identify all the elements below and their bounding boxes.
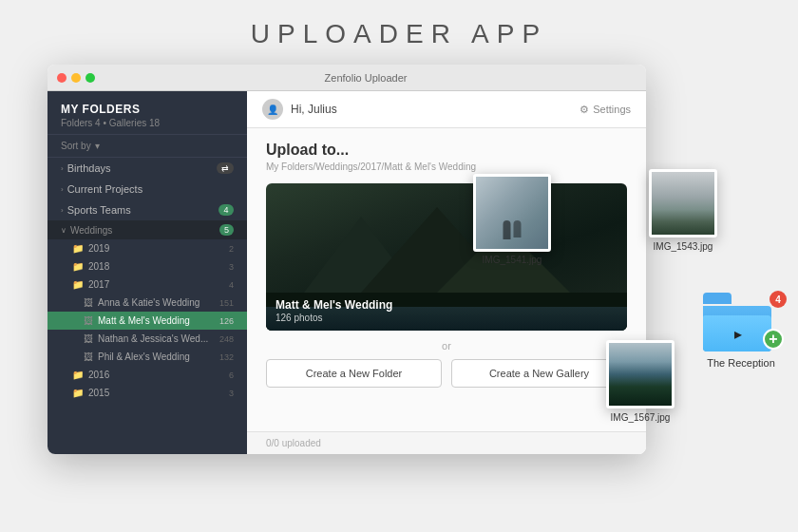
sub-count: 132: [219, 352, 234, 362]
gallery-icon: 🖼: [84, 297, 93, 308]
create-folder-button[interactable]: Create a New Folder: [266, 359, 442, 388]
folder-the-reception[interactable]: ▸ + 4 The Reception: [703, 293, 779, 370]
minimize-button[interactable]: [71, 73, 81, 83]
cursor-icon: ▸: [734, 325, 742, 343]
caption-title: Matt & Mel's Wedding: [276, 298, 618, 312]
count-badge: 4: [770, 291, 787, 308]
main-header: 👤 Hi, Julius ⚙ Settings: [247, 91, 646, 128]
folder-icon: 📁: [72, 261, 84, 272]
sidebar-item-projects[interactable]: › Current Projects: [48, 179, 247, 200]
title-bar: Zenfolio Uploader: [48, 65, 646, 91]
gear-icon: ⚙: [580, 104, 589, 116]
sub-count: 151: [219, 298, 234, 308]
sub-label: 2019: [88, 243, 229, 254]
file-icon-1543: IMG_1543.jpg: [649, 169, 717, 252]
gallery-icon: 🖼: [84, 352, 93, 362]
create-gallery-button[interactable]: Create a New Gallery: [451, 359, 627, 388]
folder-icon: 📁: [72, 388, 84, 398]
sub-label: 2016: [88, 370, 229, 380]
sub-label: 2017: [88, 279, 229, 290]
page-title: UPLOADER APP: [251, 19, 547, 49]
folder-tab: [703, 293, 732, 304]
upload-area: Upload to... My Folders/Weddings/2017/Ma…: [247, 128, 646, 431]
sidebar-item-2016[interactable]: 📁 2016 6: [48, 366, 247, 384]
gallery-icon: 🖼: [84, 315, 93, 326]
mountain-silhouette: [266, 217, 627, 293]
sidebar-item-label: Birthdays: [67, 162, 217, 174]
upload-path: My Folders/Weddings/2017/Matt & Mel's We…: [266, 162, 627, 172]
action-buttons: Create a New Folder Create a New Gallery: [266, 359, 627, 388]
settings-button[interactable]: ⚙ Settings: [580, 104, 631, 116]
sidebar-section-weddings[interactable]: ∨ Weddings 5: [48, 220, 247, 239]
sidebar-item-2018[interactable]: 📁 2018 3: [48, 257, 247, 276]
upload-to-label: Upload to...: [266, 142, 627, 159]
birthdays-badge: ⇄: [217, 162, 234, 174]
folder-icon: 📁: [72, 370, 84, 380]
sidebar-item-label: Sports Teams: [67, 204, 218, 216]
section-label: Weddings: [70, 225, 219, 236]
sub-label: Phil & Alex's Wedding: [98, 352, 219, 362]
sub-count: 4: [229, 280, 234, 290]
sports-badge: 4: [218, 204, 234, 216]
sort-bar[interactable]: Sort by ▾: [48, 134, 247, 158]
sidebar-item-phil[interactable]: 🖼 Phil & Alex's Wedding 132: [48, 348, 247, 366]
sort-icon: ▾: [95, 141, 100, 151]
close-button[interactable]: [57, 73, 66, 83]
folder-icon: 📁: [72, 243, 84, 254]
sort-label: Sort by: [61, 141, 91, 151]
sidebar-item-2019[interactable]: 📁 2019 2: [48, 239, 247, 257]
sidebar-item-matt-mel[interactable]: 🖼 Matt & Mel's Wedding 126: [48, 312, 247, 330]
thumb-label-1541: IMG_1541.jpg: [473, 255, 551, 265]
folder-icon: 📁: [72, 279, 84, 290]
sub-count: 126: [219, 316, 234, 326]
sidebar-item-label: Current Projects: [67, 183, 234, 195]
file-icon-1567: IMG_1567.jpg: [606, 340, 674, 423]
sub-count: 248: [219, 334, 234, 344]
chevron-right-icon: ›: [61, 164, 64, 173]
sub-label: Anna & Katie's Wedding: [98, 297, 219, 308]
sidebar-header: MY FOLDERS Folders 4 • Galleries 18: [48, 91, 247, 134]
fullscreen-button[interactable]: [86, 73, 95, 83]
caption-count: 126 photos: [276, 313, 618, 323]
chevron-right-icon: ›: [61, 206, 64, 215]
chevron-right-icon: ›: [61, 185, 64, 194]
sidebar-item-anna[interactable]: 🖼 Anna & Katie's Wedding 151: [48, 294, 247, 312]
file-label-1567: IMG_1567.jpg: [606, 412, 674, 423]
file-label-1543: IMG_1543.jpg: [649, 241, 717, 252]
window-title: Zenfolio Uploader: [95, 72, 636, 84]
sidebar-item-sports[interactable]: › Sports Teams 4: [48, 200, 247, 220]
sub-label: Matt & Mel's Wedding: [98, 315, 219, 326]
upload-status: 0/0 uploaded: [247, 431, 646, 454]
sub-count: 3: [229, 389, 234, 398]
sub-count: 2: [229, 244, 234, 254]
float-thumb-1541: IMG_1541.jpg: [473, 174, 551, 265]
folder-name: The Reception: [703, 356, 779, 370]
settings-label: Settings: [593, 104, 631, 115]
user-greeting: Hi, Julius: [291, 103, 337, 116]
app-window: Zenfolio Uploader MY FOLDERS Folders 4 •…: [48, 65, 646, 454]
my-folders-label: MY FOLDERS: [61, 103, 234, 116]
traffic-lights: [57, 73, 95, 83]
user-info: 👤 Hi, Julius: [262, 99, 337, 120]
chevron-down-icon: ∨: [61, 226, 66, 235]
sidebar-item-birthdays[interactable]: › Birthdays ⇄: [48, 158, 247, 179]
or-divider: or: [266, 340, 627, 352]
preview-container: Matt & Mel's Wedding 126 photos: [266, 183, 627, 331]
sidebar: MY FOLDERS Folders 4 • Galleries 18 Sort…: [48, 91, 247, 454]
sub-count: 6: [229, 370, 234, 380]
weddings-badge: 5: [219, 224, 234, 236]
app-body: MY FOLDERS Folders 4 • Galleries 18 Sort…: [48, 91, 646, 454]
sidebar-item-nathan[interactable]: 🖼 Nathan & Jessica's Wed... 248: [48, 330, 247, 348]
sidebar-item-2017[interactable]: 📁 2017 4: [48, 276, 247, 294]
sub-label: Nathan & Jessica's Wed...: [98, 333, 219, 344]
gallery-icon: 🖼: [84, 333, 93, 344]
sidebar-item-2015[interactable]: 📁 2015 3: [48, 384, 247, 402]
folders-info: Folders 4 • Galleries 18: [61, 118, 234, 128]
add-badge: +: [763, 329, 784, 350]
sub-count: 3: [229, 262, 234, 272]
avatar: 👤: [262, 99, 283, 120]
sub-label: 2015: [88, 388, 229, 398]
main-content: 👤 Hi, Julius ⚙ Settings Upload to... My …: [247, 91, 646, 454]
preview-caption: Matt & Mel's Wedding 126 photos: [266, 291, 627, 331]
folder-front: ▸: [703, 315, 771, 352]
